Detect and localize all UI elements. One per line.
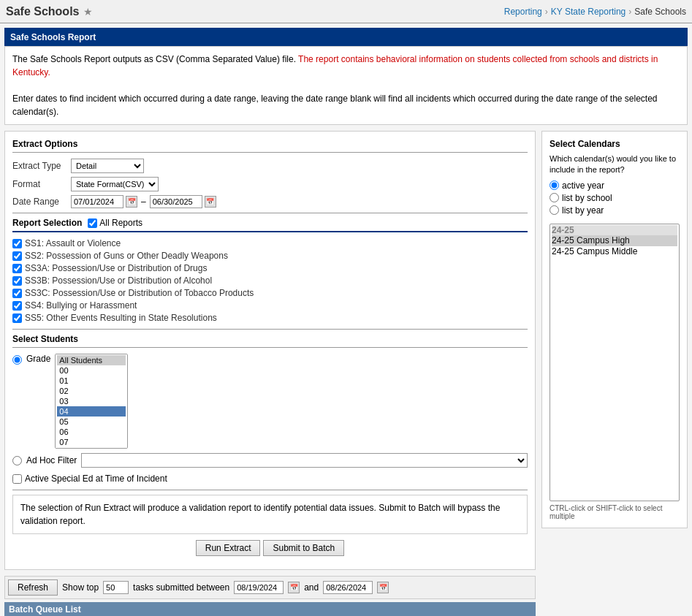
date-to-picker[interactable]: 📅 — [205, 196, 216, 208]
adhoc-radio[interactable] — [12, 456, 22, 465]
section-title: Safe Schools Report — [10, 32, 96, 42]
extract-options-title: Extract Options — [12, 139, 528, 153]
extract-type-row: Extract Type Detail Summary — [12, 159, 528, 173]
adhoc-option: Ad Hoc Filter — [12, 453, 528, 468]
report-ss2[interactable]: SS2: Possession of Guns or Other Deadly … — [12, 251, 528, 261]
batch-date-to-picker[interactable]: 📅 — [377, 582, 389, 593]
format-label: Format — [12, 179, 71, 189]
extract-type-select[interactable]: Detail Summary — [71, 159, 144, 173]
batch-date-to[interactable] — [323, 581, 373, 594]
submit-to-batch-button[interactable]: Submit to Batch — [263, 540, 344, 556]
calendars-panel: Select Calendars Which calendar(s) would… — [541, 131, 688, 528]
batch-queue-title: Batch Queue List — [9, 604, 81, 615]
format-select[interactable]: State Format(CSV) Tab Delimited — [71, 177, 159, 191]
calendars-question: Which calendar(s) would you like to incl… — [550, 153, 680, 176]
show-top-label: Show top — [62, 582, 99, 593]
report-ss1[interactable]: SS1: Assault or Violence — [12, 238, 528, 248]
cal-list-by-school[interactable]: list by school — [550, 193, 680, 203]
cal-list-by-year[interactable]: list by year — [550, 205, 680, 216]
breadcrumb-sep-2: › — [628, 7, 631, 17]
bottom-info: The selection of Run Extract will produc… — [12, 495, 528, 534]
header-left: Safe Schools ★ — [6, 5, 93, 18]
breadcrumb-sep-1: › — [545, 7, 548, 17]
show-top-input[interactable] — [103, 581, 129, 594]
batch-date-from-picker[interactable]: 📅 — [288, 582, 300, 593]
action-buttons: Run Extract Submit to Batch — [12, 540, 528, 556]
app-header: Safe Schools ★ Reporting › KY State Repo… — [0, 0, 692, 23]
batch-and-label: and — [304, 582, 319, 593]
report-ss5[interactable]: SS5: Other Events Resulting in State Res… — [12, 313, 528, 323]
right-panel: Select Calendars Which calendar(s) would… — [541, 131, 688, 616]
content-area: Extract Options Extract Type Detail Summ… — [4, 131, 688, 616]
special-ed-label: Active Special Ed at Time of Incident — [25, 474, 167, 484]
bottom-info-text1: The selection of Run Extract will produc… — [20, 503, 376, 513]
report-ss3b[interactable]: SS3B: Possession/Use or Distribution of … — [12, 275, 528, 286]
adhoc-select[interactable] — [81, 453, 528, 468]
info-paragraph-2: Enter dates to find incident which occur… — [12, 92, 680, 118]
left-panel: Extract Options Extract Type Detail Summ… — [4, 131, 536, 616]
batch-queue-header: Batch Queue List — [4, 602, 536, 616]
format-row: Format State Format(CSV) Tab Delimited — [12, 177, 528, 191]
report-sel-header: Report Selection All Reports — [12, 218, 528, 232]
grade-list[interactable]: All Students 00 01 02 03 04 05 06 07 08 — [55, 354, 128, 449]
breadcrumb-current: Safe Schools — [634, 7, 686, 17]
special-ed-checkbox[interactable] — [12, 474, 22, 484]
date-from-input[interactable] — [71, 195, 123, 208]
special-ed-row: Active Special Ed at Time of Incident — [12, 474, 528, 484]
report-selection-label: Report Selection — [12, 218, 82, 228]
date-to-input[interactable] — [150, 195, 202, 208]
batch-controls: Refresh Show top tasks submitted between… — [4, 576, 536, 599]
report-ss3c[interactable]: SS3C: Possession/Use or Distribution of … — [12, 288, 528, 298]
tasks-label: tasks submitted between — [133, 582, 229, 593]
date-range-row: Date Range 📅 – 📅 — [12, 195, 528, 208]
date-separator: – — [141, 197, 146, 207]
extract-type-label: Extract Type — [12, 161, 71, 171]
all-reports-label[interactable]: All Reports — [88, 218, 142, 228]
date-from-picker[interactable]: 📅 — [126, 196, 137, 208]
report-selection: Report Selection All Reports SS1: Assaul… — [12, 218, 528, 323]
favorite-star-icon[interactable]: ★ — [83, 6, 93, 18]
breadcrumb-state-reporting[interactable]: KY State Reporting — [551, 7, 626, 17]
info-paragraph-1: The Safe Schools Report outputs as CSV (… — [12, 53, 680, 79]
main-content: Safe Schools Report The Safe Schools Rep… — [0, 23, 692, 616]
batch-date-from[interactable] — [234, 581, 284, 594]
refresh-button[interactable]: Refresh — [8, 579, 58, 596]
calendars-title: Select Calendars — [550, 139, 680, 149]
calendar-list[interactable]: 24-25 24-25 Campus High 24-25 Campus Mid… — [550, 224, 680, 501]
info-box: The Safe Schools Report outputs as CSV (… — [4, 46, 688, 125]
adhoc-label: Ad Hoc Filter — [26, 455, 77, 465]
app-title: Safe Schools — [6, 5, 79, 18]
report-list: SS1: Assault or Violence SS2: Possession… — [12, 238, 528, 323]
date-range-label: Date Range — [12, 197, 71, 207]
run-extract-button[interactable]: Run Extract — [196, 540, 261, 556]
section-header: Safe Schools Report — [4, 28, 688, 46]
breadcrumb: Reporting › KY State Reporting › Safe Sc… — [504, 7, 686, 17]
info-text-1: The Safe Schools Report outputs as CSV (… — [12, 54, 296, 64]
calendar-hint: CTRL-click or SHIFT-click to select mult… — [550, 504, 680, 520]
report-ss3a[interactable]: SS3A: Possession/Use or Distribution of … — [12, 263, 528, 273]
grade-option: Grade All Students 00 01 02 03 04 05 06 … — [12, 354, 528, 449]
date-range-inputs: 📅 – 📅 — [71, 195, 216, 208]
select-students-title: Select Students — [12, 334, 528, 348]
cal-active-year[interactable]: active year — [550, 180, 680, 191]
report-ss4[interactable]: SS4: Bullying or Harassment — [12, 300, 528, 311]
breadcrumb-reporting[interactable]: Reporting — [504, 7, 542, 17]
all-reports-checkbox[interactable] — [88, 218, 97, 228]
grade-label: Grade — [26, 354, 50, 364]
select-students-section: Select Students Grade All Students 00 01… — [12, 334, 528, 484]
extract-options-panel: Extract Options Extract Type Detail Summ… — [4, 131, 536, 570]
grade-radio[interactable] — [12, 355, 22, 365]
